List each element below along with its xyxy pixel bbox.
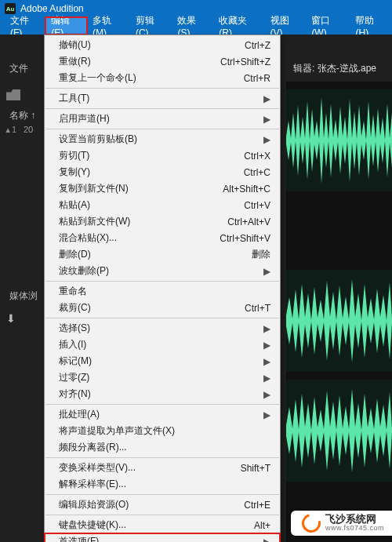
menu-item-shortcut: Ctrl+X xyxy=(244,151,270,162)
menu-item-label: 波纹删除(P) xyxy=(59,264,257,278)
app-logo: Au xyxy=(5,3,16,14)
menu-item[interactable]: 启用声道(H)▶ xyxy=(45,111,280,127)
menu-item-shortcut: Alt+Shift+C xyxy=(223,184,270,195)
menu-item-label: 首选项(F) xyxy=(59,535,257,542)
chevron-right-icon: ▶ xyxy=(263,389,270,400)
edit-menu-dropdown: 撤销(U)Ctrl+Z重做(R)Ctrl+Shift+Z重复上一个命令(L)Ct… xyxy=(44,35,281,542)
menu-item-shortcut: Shift+T xyxy=(241,463,270,474)
waveform-channel-extra[interactable] xyxy=(286,380,392,482)
editor-file-label: 辑器: 张杰-逆战.ape xyxy=(290,60,392,77)
menu-item[interactable]: 混合粘贴(X)...Ctrl+Shift+V xyxy=(45,230,280,246)
menu-item[interactable]: 粘贴到新文件(W)Ctrl+Alt+V xyxy=(45,213,280,230)
menubar-item[interactable]: 文件(F) xyxy=(5,17,45,35)
menu-item[interactable]: 过零(Z)▶ xyxy=(45,369,280,386)
menu-item[interactable]: 波纹删除(P)▶ xyxy=(45,263,280,279)
menu-item[interactable]: 将声道提取为单声道文件(X) xyxy=(45,423,280,439)
chevron-right-icon: ▸ xyxy=(2,128,13,133)
menubar-item[interactable]: 剪辑(C) xyxy=(130,17,172,35)
menu-item-label: 启用声道(H) xyxy=(59,112,257,125)
menu-item[interactable]: 键盘快捷键(K)...Alt+ xyxy=(45,517,280,533)
menu-item-label: 工具(T) xyxy=(59,92,257,105)
swirl-icon xyxy=(299,511,325,537)
menu-bar: 文件(F)编辑(E)多轨(M)剪辑(C)效果(S)收藏夹(R)视图(V)窗口(W… xyxy=(0,17,392,35)
app-title: Adobe Audition xyxy=(20,3,84,14)
menu-item-label: 混合粘贴(X)... xyxy=(59,231,213,245)
menu-item[interactable]: 对齐(N)▶ xyxy=(45,386,280,402)
left-panel: 文件 名称 ↑ ▸ 1 20 媒体浏 xyxy=(0,35,47,542)
menu-item[interactable]: 设置当前剪贴板(B)▶ xyxy=(45,131,280,147)
menu-item-label: 剪切(T) xyxy=(59,149,238,162)
chevron-right-icon: ▶ xyxy=(263,537,270,543)
download-icon[interactable] xyxy=(6,311,20,322)
menu-item[interactable]: 复制(Y)Ctrl+C xyxy=(45,164,280,180)
menubar-item[interactable]: 效果(S) xyxy=(172,17,213,35)
menu-item[interactable]: 工具(T)▶ xyxy=(45,90,280,107)
menu-item-label: 重复上一个命令(L) xyxy=(59,71,238,85)
name-column-header[interactable]: 名称 ↑ xyxy=(9,109,35,122)
menu-item[interactable]: 选择(S)▶ xyxy=(45,320,280,336)
menu-item[interactable]: 插入(I)▶ xyxy=(45,336,280,353)
menu-item-label: 过零(Z) xyxy=(59,371,257,384)
menu-item-label: 批处理(A) xyxy=(59,408,257,421)
menu-item-label: 插入(I) xyxy=(59,338,257,351)
chevron-right-icon: ▶ xyxy=(263,409,270,420)
menu-item[interactable]: 重命名 xyxy=(45,283,280,300)
menu-item-shortcut: Alt+ xyxy=(254,520,270,531)
menu-item[interactable]: 标记(M)▶ xyxy=(45,353,280,369)
menu-item-shortcut: Ctrl+Shift+Z xyxy=(220,56,270,67)
waveform-channel-right[interactable]: R xyxy=(286,270,392,372)
menu-item-label: 复制到新文件(N) xyxy=(59,182,216,195)
menu-item[interactable]: 删除(D)删除 xyxy=(45,246,280,263)
menu-separator xyxy=(45,108,279,109)
menu-item[interactable]: 撤销(U)Ctrl+Z xyxy=(45,37,280,53)
menu-item-label: 粘贴到新文件(W) xyxy=(59,215,221,228)
menu-item-label: 键盘快捷键(K)... xyxy=(59,518,248,532)
menu-separator xyxy=(45,404,279,405)
waveform-channel-left[interactable] xyxy=(286,89,392,191)
chevron-right-icon: ▶ xyxy=(263,266,270,277)
menu-item[interactable]: 重复上一个命令(L)Ctrl+R xyxy=(45,70,280,86)
menubar-item[interactable]: 多轨(M) xyxy=(87,17,130,35)
menu-item[interactable]: 剪切(T)Ctrl+X xyxy=(45,147,280,164)
chevron-right-icon: ▶ xyxy=(263,93,270,104)
menu-item-label: 变换采样类型(V)... xyxy=(59,461,234,475)
menu-item-shortcut: Ctrl+T xyxy=(245,303,270,314)
menu-item-label: 重做(R) xyxy=(59,55,214,68)
menu-item-shortcut: Ctrl+E xyxy=(244,500,270,511)
watermark: 飞沙系统网 www.fs0745.com xyxy=(291,511,392,536)
waveform-icon xyxy=(286,270,392,372)
menu-item-label: 重命名 xyxy=(59,285,270,298)
menu-item-label: 设置当前剪贴板(B) xyxy=(59,133,257,146)
menubar-item[interactable]: 收藏夹(R) xyxy=(213,17,264,35)
menu-item[interactable]: 重做(R)Ctrl+Shift+Z xyxy=(45,53,280,70)
menu-item[interactable]: 裁剪(C)Ctrl+T xyxy=(45,300,280,316)
menu-item[interactable]: 粘贴(A)Ctrl+V xyxy=(45,197,280,213)
menubar-item[interactable]: 编辑(E) xyxy=(45,17,87,35)
menu-item-label: 将声道提取为单声道文件(X) xyxy=(59,424,270,438)
menu-item[interactable]: 变换采样类型(V)...Shift+T xyxy=(45,460,280,476)
menu-item[interactable]: 频段分离器(R)... xyxy=(45,439,280,456)
waveform-area[interactable]: R xyxy=(286,82,392,542)
menu-item[interactable]: 批处理(A)▶ xyxy=(45,406,280,423)
chevron-right-icon: ▶ xyxy=(263,323,270,334)
watermark-title: 飞沙系统网 xyxy=(325,514,384,525)
file-tree-row[interactable]: ▸ 1 xyxy=(5,125,16,135)
menu-separator xyxy=(45,318,279,318)
menu-item-shortcut: Ctrl+V xyxy=(244,200,270,211)
menu-item-label: 频段分离器(R)... xyxy=(59,441,270,454)
menu-item[interactable]: 解释采样率(E)... xyxy=(45,476,280,493)
menu-item[interactable]: 首选项(F)▶ xyxy=(45,533,280,542)
watermark-url: www.fs0745.com xyxy=(325,525,384,533)
menu-item[interactable]: 编辑原始资源(O)Ctrl+E xyxy=(45,497,280,513)
menubar-item[interactable]: 窗口(W) xyxy=(306,17,350,35)
menu-item-shortcut: Ctrl+C xyxy=(244,167,270,178)
folder-icon[interactable] xyxy=(6,89,20,100)
menu-item[interactable]: 复制到新文件(N)Alt+Shift+C xyxy=(45,180,280,197)
menubar-item[interactable]: 帮助(H) xyxy=(350,17,392,35)
chevron-right-icon: ▶ xyxy=(263,373,270,384)
menu-item-label: 对齐(N) xyxy=(59,387,257,401)
menubar-item[interactable]: 视图(V) xyxy=(265,17,307,35)
chevron-right-icon: ▶ xyxy=(263,114,270,125)
file-tree-row-value: 20 xyxy=(24,125,33,134)
files-panel-label: 文件 xyxy=(9,62,28,75)
